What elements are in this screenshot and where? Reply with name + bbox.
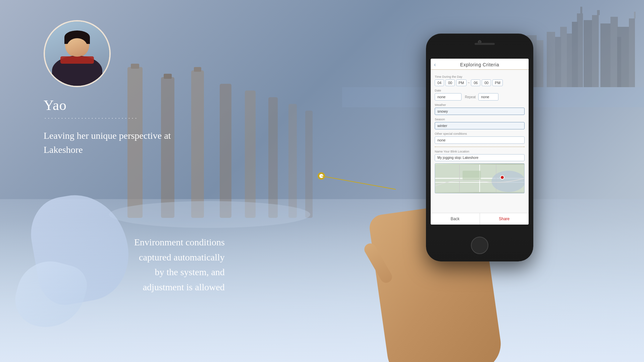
app-footer: Back Share — [431, 213, 529, 225]
location-input[interactable]: My jogging stop: Lakeshore — [435, 154, 525, 161]
season-label: Season — [435, 118, 525, 121]
svg-rect-26 — [194, 67, 201, 72]
svg-rect-40 — [463, 171, 481, 180]
back-button[interactable]: Back — [431, 213, 480, 225]
other-conditions-input[interactable]: none — [435, 136, 525, 144]
map-svg — [435, 164, 524, 193]
time-end-hour[interactable]: 06 — [471, 79, 480, 86]
phone-speaker — [475, 43, 495, 45]
svg-point-32 — [109, 201, 310, 228]
date-row: none Repeat none — [435, 93, 525, 101]
time-separator: ~ — [468, 81, 470, 85]
desc-line-4: adjustment is allowed — [134, 280, 225, 295]
time-end-minute[interactable]: 00 — [482, 79, 491, 86]
name-divider — [44, 118, 138, 119]
section-separator — [435, 146, 525, 147]
desc-line-3: by the system, and — [134, 265, 225, 280]
desc-line-2: captured automatically — [134, 250, 225, 265]
time-start-period[interactable]: PM — [456, 79, 467, 86]
svg-rect-25 — [191, 70, 204, 218]
svg-rect-4 — [597, 10, 600, 15]
time-label: Time During the Day — [435, 75, 525, 78]
phone-body: ‹ Exploring Criteria Time During the Day… — [426, 34, 533, 261]
svg-rect-9 — [634, 12, 636, 18]
app-back-button[interactable]: ‹ — [434, 62, 436, 68]
repeat-input[interactable]: none — [478, 93, 498, 101]
person-name: Yao — [44, 97, 171, 113]
share-button[interactable]: Share — [480, 213, 529, 225]
avatar — [44, 20, 111, 87]
svg-rect-8 — [629, 18, 635, 87]
svg-point-41 — [500, 176, 504, 179]
svg-rect-10 — [617, 37, 621, 87]
svg-rect-29 — [268, 97, 278, 218]
time-start-minute[interactable]: 00 — [445, 79, 455, 86]
weather-input[interactable]: snowy — [435, 108, 525, 115]
location-label: Name Your Blink Location — [435, 150, 525, 153]
description-block: Environment conditions captured automati… — [134, 235, 225, 295]
phone-home-button[interactable] — [471, 237, 488, 254]
app-form: Time During the Day 04 00 PM ~ 06 00 PM … — [431, 70, 529, 209]
location-map[interactable] — [435, 163, 525, 193]
svg-rect-28 — [245, 90, 256, 218]
weather-label: Weather — [435, 103, 525, 107]
tagline: Leaving her unique perspective at Lakesh… — [44, 129, 171, 157]
date-input[interactable]: none — [435, 93, 462, 101]
svg-rect-27 — [220, 84, 231, 218]
app-header: ‹ Exploring Criteria — [431, 59, 529, 70]
svg-rect-6 — [610, 17, 618, 87]
left-panel: Yao Leaving her unique perspective at La… — [44, 20, 171, 157]
time-start-hour[interactable]: 04 — [435, 79, 444, 86]
phone-screen: ‹ Exploring Criteria Time During the Day… — [431, 59, 529, 225]
app-title: Exploring Criteria — [460, 62, 499, 67]
time-row: 04 00 PM ~ 06 00 PM — [435, 79, 525, 86]
app-content: ‹ Exploring Criteria Time During the Day… — [431, 59, 529, 225]
time-end-period[interactable]: PM — [492, 79, 503, 86]
desc-line-1: Environment conditions — [134, 235, 225, 250]
repeat-label: Repeat — [465, 95, 476, 99]
svg-rect-31 — [305, 111, 313, 218]
svg-rect-30 — [288, 104, 297, 218]
phone-mockup: ‹ Exploring Criteria Time During the Day… — [392, 34, 610, 335]
other-conditions-label: Other special conditions — [435, 132, 525, 135]
svg-rect-1 — [580, 7, 582, 13]
date-label: Date — [435, 89, 525, 92]
season-input[interactable]: winter — [435, 122, 525, 129]
